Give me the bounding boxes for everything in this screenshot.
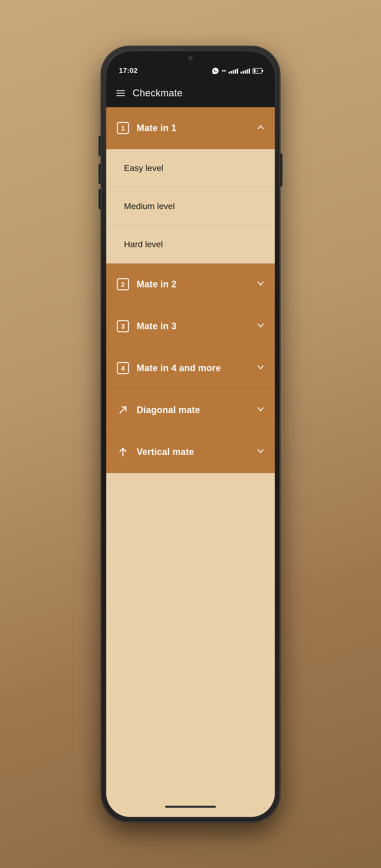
hamburger-menu[interactable] [116,90,125,96]
mate-in-1-chevron [257,123,265,133]
easy-level-label: Easy level [124,163,163,173]
home-indicator-bar [165,806,216,808]
vertical-mate-left: Vertical mate [116,445,194,459]
diagonal-mate-chevron [257,405,265,414]
mate-in-1-label: Mate in 1 [137,123,177,133]
svg-text:1: 1 [121,124,125,132]
mate-in-1-header[interactable]: 1 Mate in 1 [106,107,275,149]
battery-fill [254,69,256,73]
status-time: 17:02 [119,67,138,75]
hard-level-item[interactable]: Hard level [106,225,275,264]
svg-text:3: 3 [121,322,125,330]
status-icons: •• [212,67,262,75]
mate-in-2-label: Mate in 2 [137,279,177,289]
phone-frame: 17:02 •• [102,47,279,822]
signal-strength-1 [229,68,238,74]
mate-in-2-header[interactable]: 2 Mate in 2 [106,264,275,305]
vertical-mate-label: Vertical mate [137,446,194,457]
hamburger-line-1 [116,90,125,91]
home-indicator [106,797,275,817]
phone-screen: 17:02 •• [106,51,275,817]
mate-in-3-label: Mate in 3 [137,321,177,332]
status-bar: 17:02 •• [106,51,275,79]
mate-in-3-left: 3 Mate in 3 [116,319,177,333]
diagonal-mate-left: Diagonal mate [116,403,200,416]
mate-in-4-label: Mate in 4 and more [137,363,221,373]
hamburger-line-3 [116,95,125,96]
vertical-mate-chevron [257,447,265,457]
svg-text:2: 2 [121,281,125,288]
signal-strength-2 [241,68,250,74]
mate-in-1-left: 1 Mate in 1 [116,121,177,135]
diagonal-mate-header[interactable]: Diagonal mate [106,389,275,431]
app-header: Checkmate [106,79,275,107]
mate-in-4-left: 4 Mate in 4 and more [116,362,221,375]
up-arrow-icon [116,445,130,459]
vertical-mate-header[interactable]: Vertical mate [106,431,275,473]
mate-in-2-left: 2 Mate in 2 [116,278,177,291]
mate-in-4-chevron [257,363,265,373]
bottom-padding [106,473,275,575]
notification-dots: •• [222,67,226,74]
hamburger-line-2 [116,93,125,93]
battery-indicator: 2 [252,68,262,74]
medium-level-label: Medium level [124,201,175,211]
number-1-box-icon: 1 [116,121,130,135]
hard-level-label: Hard level [124,239,163,249]
menu-content: 1 Mate in 1 Easy level [106,107,275,797]
easy-level-item[interactable]: Easy level [106,149,275,187]
battery-level: 2 [256,69,258,73]
diagonal-mate-label: Diagonal mate [137,405,200,415]
number-4-box-icon: 4 [116,362,130,375]
app-title: Checkmate [133,88,183,99]
mate-in-2-chevron [257,279,265,289]
mate-in-3-chevron [257,321,265,331]
diagonal-arrow-icon [116,403,130,416]
mate-in-4-header[interactable]: 4 Mate in 4 and more [106,347,275,389]
mate-in-3-header[interactable]: 3 Mate in 3 [106,305,275,347]
svg-text:4: 4 [121,365,125,372]
svg-line-8 [120,407,126,413]
whatsapp-icon [212,67,219,75]
number-3-box-icon: 3 [116,319,130,333]
number-2-box-icon: 2 [116,278,130,291]
medium-level-item[interactable]: Medium level [106,187,275,225]
